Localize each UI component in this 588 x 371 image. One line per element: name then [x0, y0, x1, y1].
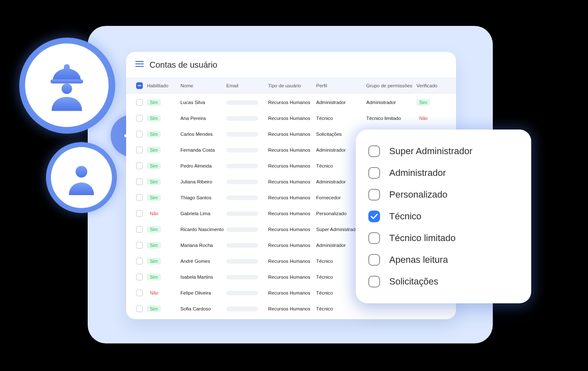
filter-option[interactable]: Super Administrador — [368, 140, 519, 162]
filter-option[interactable]: Técnico limitado — [368, 227, 519, 249]
page-title: Contas de usuário — [150, 60, 217, 70]
row-checkbox[interactable] — [136, 115, 143, 122]
checkbox-icon[interactable] — [368, 276, 380, 287]
cell-email — [226, 275, 268, 280]
habilitado-pill: Sim — [147, 178, 161, 185]
habilitado-pill: Sim — [147, 258, 161, 264]
row-checkbox[interactable] — [136, 99, 143, 106]
cell-nome: Mariana Rocha — [180, 243, 226, 248]
row-checkbox[interactable] — [136, 242, 143, 249]
cell-nome: Gabriela Lima — [180, 211, 226, 216]
habilitado-pill: Sim — [147, 131, 161, 137]
checkbox-icon[interactable] — [368, 254, 380, 266]
menu-icon[interactable] — [135, 61, 144, 69]
cell-tipo: Recursos Humanos — [268, 179, 316, 184]
user-avatar — [51, 147, 112, 208]
checkbox-icon[interactable] — [368, 167, 380, 179]
table-row[interactable]: SimVinícius FerreiraRecursos HumanosTécn… — [126, 317, 456, 319]
row-checkbox[interactable] — [136, 226, 143, 233]
cell-tipo: Recursos Humanos — [268, 147, 316, 152]
row-checkbox[interactable] — [136, 210, 143, 217]
cell-tipo: Recursos Humanos — [268, 259, 316, 264]
svg-point-1 — [61, 84, 72, 94]
filter-option[interactable]: Personalizado — [368, 184, 519, 206]
col-tipo[interactable]: Tipo de usuário — [268, 83, 316, 88]
col-perfil[interactable]: Perfil — [316, 83, 366, 88]
cell-email — [226, 164, 268, 168]
row-checkbox[interactable] — [136, 305, 143, 312]
col-nome[interactable]: Nome — [180, 83, 226, 88]
cell-tipo: Recursos Humanos — [268, 211, 316, 216]
filter-option[interactable]: Apenas leitura — [368, 249, 519, 271]
cell-perfil: Técnico — [316, 306, 366, 311]
col-habilitado[interactable]: Habilitado — [147, 83, 180, 88]
cell-nome: Carlos Mendes — [180, 132, 226, 137]
cell-tipo: Recursos Humanos — [268, 306, 316, 311]
cell-grupo: Técnico limitado — [366, 116, 416, 121]
habilitado-pill: Sim — [147, 242, 161, 249]
cell-nome: Ana Pereira — [180, 116, 226, 121]
cell-tipo: Recursos Humanos — [268, 163, 316, 168]
cell-nome: Fernanda Costa — [180, 147, 226, 152]
cell-perfil: Administrador — [316, 100, 366, 105]
filter-option-label: Super Administrador — [389, 146, 472, 157]
row-checkbox[interactable] — [136, 147, 143, 153]
cell-tipo: Recursos Humanos — [268, 100, 316, 105]
filter-option-label: Personalizado — [389, 189, 447, 200]
cell-email — [226, 100, 268, 105]
habilitado-pill: Sim — [147, 163, 161, 169]
select-all-checkbox[interactable] — [136, 82, 143, 89]
row-checkbox[interactable] — [136, 290, 143, 296]
filter-option[interactable]: Administrador — [368, 162, 519, 184]
checkbox-checked-icon[interactable] — [368, 211, 380, 222]
row-checkbox[interactable] — [136, 258, 143, 264]
cell-email — [226, 148, 268, 152]
cell-nome: Thiago Santos — [180, 195, 226, 200]
cell-nome: Ricardo Nascimento — [180, 227, 226, 232]
cell-email — [226, 211, 268, 216]
filter-option-label: Administrador — [389, 168, 446, 178]
cell-nome: Juliana Ribeiro — [180, 179, 226, 184]
cell-perfil: Técnico — [316, 116, 366, 121]
habilitado-pill: Sim — [147, 305, 161, 312]
habilitado-pill: Sim — [147, 115, 161, 122]
col-grupo[interactable]: Grupo de permissões — [366, 83, 416, 88]
cell-tipo: Recursos Humanos — [268, 227, 316, 232]
table-header: Habilitado Nome Email Tipo de usuário Pe… — [126, 78, 456, 94]
filter-option-label: Técnico limitado — [389, 233, 456, 244]
table-row[interactable]: SimAna PereiraRecursos HumanosTécnicoTéc… — [126, 110, 456, 126]
profile-filter-popover: Super AdministradorAdministradorPersonal… — [356, 130, 531, 303]
habilitado-pill: Sim — [147, 194, 161, 201]
col-verificado[interactable]: Verificado — [416, 83, 446, 88]
hardhat-user-icon — [38, 56, 96, 114]
habilitado-pill: Não — [147, 210, 161, 217]
checkbox-icon[interactable] — [368, 232, 380, 244]
col-email[interactable]: Email — [226, 83, 268, 88]
user-icon — [61, 157, 102, 198]
checkbox-icon[interactable] — [368, 189, 380, 201]
cell-grupo: Administrador — [366, 100, 416, 105]
row-checkbox[interactable] — [136, 274, 143, 280]
habilitado-pill: Não — [147, 290, 161, 296]
row-checkbox[interactable] — [136, 178, 143, 185]
cell-email — [226, 196, 268, 200]
row-checkbox[interactable] — [136, 131, 143, 137]
row-checkbox[interactable] — [136, 163, 143, 169]
filter-option[interactable]: Técnico — [368, 206, 519, 227]
cell-tipo: Recursos Humanos — [268, 243, 316, 248]
cell-tipo: Recursos Humanos — [268, 132, 316, 137]
row-checkbox[interactable] — [136, 194, 143, 201]
filter-option[interactable]: Solicitações — [368, 271, 519, 292]
cell-tipo: Recursos Humanos — [268, 195, 316, 200]
cell-tipo: Recursos Humanos — [268, 116, 316, 121]
cell-tipo: Recursos Humanos — [268, 274, 316, 280]
checkbox-icon[interactable] — [368, 145, 380, 157]
cell-email — [226, 307, 268, 311]
cell-nome: André Gomes — [180, 259, 226, 264]
filter-option-label: Técnico — [389, 211, 421, 222]
cell-email — [226, 132, 268, 137]
table-row[interactable]: SimLucas SilvaRecursos HumanosAdministra… — [126, 94, 456, 110]
svg-rect-0 — [51, 79, 83, 84]
svg-point-2 — [76, 166, 87, 178]
habilitado-pill: Sim — [147, 274, 161, 280]
